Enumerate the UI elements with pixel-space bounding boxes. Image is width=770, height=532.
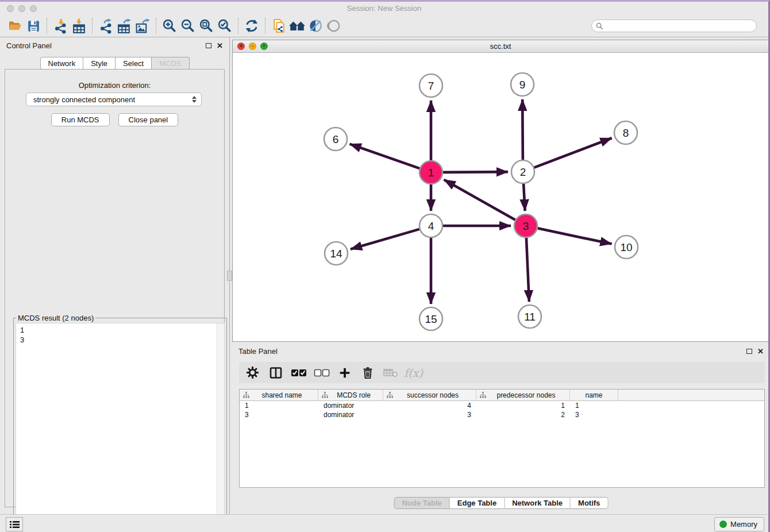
node-label-15: 15 xyxy=(425,313,437,325)
node-label-14: 14 xyxy=(330,248,342,260)
tab-motifs[interactable]: Motifs xyxy=(571,497,608,509)
search-field[interactable] xyxy=(591,20,757,32)
table-cell[interactable]: 3 xyxy=(383,410,476,419)
memory-label: Memory xyxy=(730,520,757,529)
node-table-header[interactable]: shared nameMCDS rolesuccessor nodesprede… xyxy=(240,390,764,401)
tab-network[interactable]: Network xyxy=(40,57,83,70)
application-window: Session: New Session xyxy=(0,0,770,532)
memory-status-icon xyxy=(719,521,727,528)
select-all-columns-icon[interactable] xyxy=(290,364,307,381)
toolbar-separator xyxy=(47,18,47,34)
edge-3-11[interactable] xyxy=(526,238,529,302)
panel-divider-grip[interactable] xyxy=(227,271,232,281)
float-table-panel-icon[interactable] xyxy=(746,349,752,354)
table-toolbar: f(x) xyxy=(239,362,765,383)
column-label: shared name xyxy=(249,391,318,399)
search-icon xyxy=(596,22,603,30)
network-graph[interactable]: 7968124314101511 xyxy=(233,53,768,341)
column-header-predecessor-nodes[interactable]: predecessor nodes xyxy=(476,390,570,400)
export-table-icon[interactable] xyxy=(115,17,133,35)
tab-style[interactable]: Style xyxy=(83,57,116,70)
memory-button[interactable]: Memory xyxy=(714,517,764,531)
table-settings-icon[interactable] xyxy=(244,364,261,381)
node-label-10: 10 xyxy=(620,241,632,253)
close-table-panel-icon[interactable]: ✕ xyxy=(757,348,764,355)
zoom-fit-icon[interactable] xyxy=(197,17,215,35)
split-columns-icon[interactable] xyxy=(267,364,284,381)
node-label-9: 9 xyxy=(519,79,526,91)
save-session-icon[interactable] xyxy=(24,17,43,35)
search-input[interactable] xyxy=(606,22,756,30)
tab-edge-table[interactable]: Edge Table xyxy=(450,497,505,509)
refresh-layout-icon[interactable] xyxy=(242,17,261,35)
column-header-shared-name[interactable]: shared name xyxy=(240,390,318,400)
export-network-icon[interactable] xyxy=(97,17,115,35)
deselect-all-columns-icon[interactable] xyxy=(313,364,330,381)
home-icon[interactable] xyxy=(288,17,306,35)
edge-2-9[interactable] xyxy=(522,99,523,160)
mcds-result-node: 3 xyxy=(20,335,220,345)
export-image-icon[interactable] xyxy=(133,17,152,35)
import-network-icon[interactable] xyxy=(51,17,70,35)
edge-3-10[interactable] xyxy=(538,228,612,244)
delete-row-icon[interactable] xyxy=(359,364,376,381)
node-label-4: 4 xyxy=(428,220,434,232)
import-table-icon[interactable] xyxy=(70,17,88,35)
table-cell[interactable]: 1 xyxy=(570,401,618,410)
zoom-out-icon[interactable] xyxy=(179,17,197,35)
open-session-icon[interactable] xyxy=(6,17,24,35)
table-cell[interactable]: dominator xyxy=(318,401,383,410)
edge-3-1[interactable] xyxy=(444,180,515,220)
tab-network-table[interactable]: Network Table xyxy=(505,497,571,509)
close-panel-icon[interactable]: ✕ xyxy=(217,42,223,49)
node-label-11: 11 xyxy=(524,311,536,323)
edge-2-8[interactable] xyxy=(534,138,612,167)
mcds-result-list[interactable]: 13 xyxy=(16,323,225,532)
network-canvas[interactable]: 7968124314101511 xyxy=(233,53,768,341)
column-header-MCDS-role[interactable]: MCDS role xyxy=(318,390,383,400)
table-cell[interactable]: dominator xyxy=(318,410,383,419)
edge-4-14[interactable] xyxy=(351,229,419,249)
table-cell[interactable]: 3 xyxy=(240,410,318,419)
column-header-name[interactable]: name xyxy=(570,390,618,400)
edge-1-6[interactable] xyxy=(350,144,420,168)
hide-panel-eye-icon[interactable] xyxy=(325,17,343,35)
optimization-criterion-select[interactable]: strongly connected component xyxy=(26,92,202,106)
table-cell[interactable]: 2 xyxy=(476,410,570,419)
add-row-icon[interactable] xyxy=(336,364,353,381)
column-header-successor-nodes[interactable]: successor nodes xyxy=(383,390,476,400)
share-session-icon[interactable] xyxy=(270,17,288,35)
tab-select[interactable]: Select xyxy=(116,57,152,70)
run-mcds-button[interactable]: Run MCDS xyxy=(51,113,110,126)
table-cell[interactable]: 1 xyxy=(240,401,318,410)
delete-table-icon xyxy=(382,364,399,381)
dropdown-stepper-icon xyxy=(192,96,197,103)
hierarchy-icon xyxy=(243,392,249,398)
control-panel: Control Panel ✕ NetworkStyleSelectMCDS O… xyxy=(0,37,230,514)
table-cell[interactable]: 3 xyxy=(570,410,618,419)
tab-mcds[interactable]: MCDS xyxy=(152,57,189,70)
result-scrollbar[interactable] xyxy=(217,323,224,532)
mcds-result-box: MCDS result (2 nodes) 13 xyxy=(13,318,227,532)
table-row[interactable]: 1dominator411 xyxy=(240,401,764,410)
close-panel-button[interactable]: Close panel xyxy=(118,113,179,126)
vizmapper-icon[interactable] xyxy=(306,17,325,35)
node-label-8: 8 xyxy=(623,127,629,139)
column-label: predecessor nodes xyxy=(486,391,569,399)
network-window-titlebar[interactable]: ✕ − + scc.txt xyxy=(233,40,768,53)
zoom-in-icon[interactable] xyxy=(160,17,179,35)
toolbar-separator xyxy=(92,18,93,34)
tab-node-table[interactable]: Node Table xyxy=(394,497,450,509)
main-toolbar xyxy=(0,15,768,37)
selected-criterion: strongly connected component xyxy=(33,95,192,104)
edge-1-2[interactable] xyxy=(443,172,508,172)
node-label-2: 2 xyxy=(520,166,526,178)
float-panel-icon[interactable] xyxy=(206,43,211,48)
edge-2-3[interactable] xyxy=(523,184,525,211)
table-cell[interactable]: 4 xyxy=(383,401,476,410)
zoom-selected-icon[interactable] xyxy=(215,17,234,35)
table-cell[interactable]: 1 xyxy=(476,401,570,410)
task-history-button[interactable] xyxy=(6,517,23,531)
table-row[interactable]: 3dominator323 xyxy=(240,410,764,419)
node-table[interactable]: shared nameMCDS rolesuccessor nodesprede… xyxy=(239,389,765,488)
